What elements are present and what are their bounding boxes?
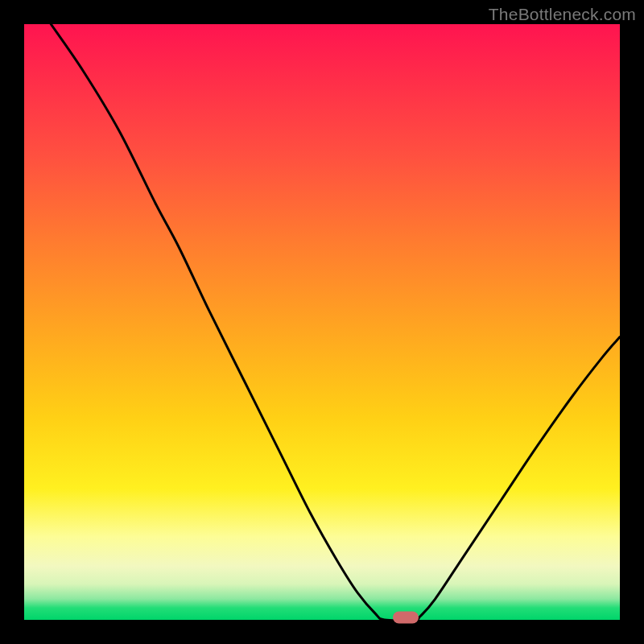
optimal-marker	[393, 612, 419, 624]
chart-frame: TheBottleneck.com	[0, 0, 644, 644]
bottleneck-curve	[24, 24, 620, 620]
watermark-text: TheBottleneck.com	[489, 5, 636, 24]
plot-area	[24, 24, 620, 620]
